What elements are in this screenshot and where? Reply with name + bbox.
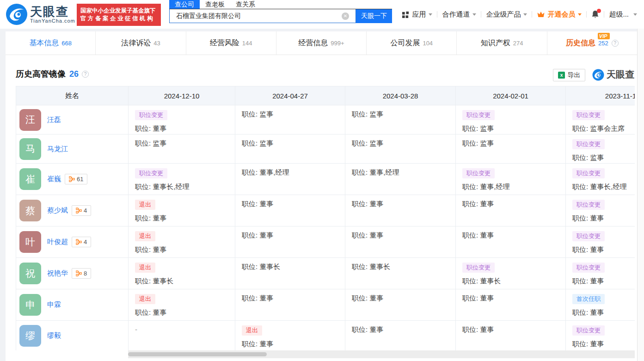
position-cell: 职位: 董事 xyxy=(456,226,566,258)
position-text: 职位: 董事 xyxy=(352,325,383,333)
person-name-link[interactable]: 叶俊超 xyxy=(47,238,68,246)
search-button[interactable]: 天眼一下 xyxy=(356,9,392,23)
header-nav: 应用 合作通道 企业级产品 开通会员 超级... xyxy=(402,0,638,29)
person-name-link[interactable]: 祝艳华 xyxy=(47,269,68,278)
tab-1[interactable]: 基本信息668 xyxy=(6,31,95,55)
table-row: 申申霖退出职位: 董事职位: 董事职位: 董事职位: 董事首次任职职位: 董事 xyxy=(16,289,635,321)
position-text: 职位: 董事 xyxy=(242,200,273,208)
position-cell: 职位变更职位: 监事 xyxy=(456,105,566,135)
relation-count-badge[interactable]: 4 xyxy=(72,237,91,247)
nav-apps[interactable]: 应用 xyxy=(402,10,432,19)
page-scrollbar[interactable] xyxy=(637,29,644,361)
tab-5[interactable]: 公司发展104 xyxy=(366,31,456,55)
position-cell: 职位变更职位: 董事长,经理 xyxy=(566,164,635,195)
tab-4[interactable]: 经营信息999+ xyxy=(276,31,366,55)
person-name-link[interactable]: 缪毅 xyxy=(47,331,61,340)
help-icon[interactable]: ? xyxy=(82,71,89,78)
search-input[interactable]: 石榴置业集团有限公司 ✕ xyxy=(169,9,356,23)
status-badge: 职位变更 xyxy=(572,200,605,210)
person-name-link[interactable]: 崔巍 xyxy=(47,175,61,184)
relation-graph-icon xyxy=(69,176,75,182)
status-badge: 职位变更 xyxy=(572,263,605,273)
relation-graph-icon xyxy=(76,239,82,245)
position-cell: 职位变更职位: 董事长,经理 xyxy=(129,164,235,195)
position-cell: 职位: 董事,经理 xyxy=(235,164,345,195)
name-cell: 汪汪磊 xyxy=(16,105,129,135)
position-text: 职位: 董事长 xyxy=(135,277,173,285)
status-badge: 职位变更 xyxy=(462,110,495,120)
column-header: 2024-02-01 xyxy=(456,86,566,105)
position-text: 职位: 董事长 xyxy=(352,263,390,270)
position-text: 职位: 董事 xyxy=(352,294,383,302)
person-name-link[interactable]: 汪磊 xyxy=(47,116,61,124)
name-cell: 马马龙江 xyxy=(16,135,129,164)
nav-open-vip[interactable]: 开通会员 xyxy=(537,10,582,19)
position-cell: 职位: 监事 xyxy=(235,105,345,135)
position-cell: 职位变更职位: 监事会主席 xyxy=(566,105,635,135)
nav-super-vip[interactable]: 超级... xyxy=(609,10,637,19)
position-cell: 职位: 董事 xyxy=(345,321,456,351)
tab-3[interactable]: 经营风险144 xyxy=(186,31,276,55)
logo-title: 天眼查 xyxy=(30,5,75,18)
relation-count-badge[interactable]: 61 xyxy=(65,174,87,184)
search-tab-company[interactable]: 查公司 xyxy=(169,0,200,10)
position-text: 职位: 董事,经理 xyxy=(352,168,399,176)
gov-certification-badge: 国家中小企业发展子基金旗下 官方备案企业征信机构 xyxy=(77,4,161,26)
nav-enterprise[interactable]: 企业级产品 xyxy=(486,10,527,19)
person-name-link[interactable]: 马龙江 xyxy=(47,145,68,153)
position-cell: 职位: 董事 xyxy=(235,289,345,321)
position-cell: 职位变更职位: 董事 xyxy=(566,321,635,351)
relation-graph-icon xyxy=(76,270,82,276)
position-cell: 退出职位: 董事长 xyxy=(129,258,235,289)
position-cell: 职位: 董事 xyxy=(235,195,345,226)
person-name-link[interactable]: 蔡少斌 xyxy=(47,206,68,215)
position-text: 职位: 监事 xyxy=(572,153,604,161)
position-cell: 退出职位: 董事 xyxy=(235,321,345,351)
relation-count-badge[interactable]: 4 xyxy=(72,205,91,216)
tab-2[interactable]: 法律诉讼43 xyxy=(95,31,185,55)
relation-count-badge[interactable]: 8 xyxy=(72,268,91,279)
position-cell: 退出职位: 董事 xyxy=(129,195,235,226)
scrollbar-thumb[interactable] xyxy=(128,352,267,356)
main-card: 基本信息668法律诉讼43经营风险144经营信息999+公司发展104知识产权2… xyxy=(6,31,637,361)
position-cell: 职位: 监事 xyxy=(235,135,345,164)
svg-text:x: x xyxy=(560,73,563,78)
position-text: 职位: 监事会主席 xyxy=(572,124,625,132)
person-name-link[interactable]: 申霖 xyxy=(47,300,61,309)
table-row: 缪缪毅-退出职位: 董事职位: 董事职位: 董事职位变更职位: 董事 xyxy=(16,321,635,351)
status-badge: 职位变更 xyxy=(462,263,495,273)
position-text: 职位: 监事 xyxy=(135,139,166,147)
position-cell: 职位: 董事 xyxy=(345,226,456,258)
search-tab-relation[interactable]: 查关系 xyxy=(230,0,261,10)
tianyancha-logo[interactable]: 天眼查 TianYanCha.com xyxy=(6,3,75,25)
search-tab-boss[interactable]: 查老板 xyxy=(200,0,230,10)
table-row: 汪汪磊职位变更职位: 董事职位: 监事职位: 监事职位变更职位: 监事职位变更职… xyxy=(16,105,635,135)
tab-7[interactable]: 历史信息252VIP? xyxy=(547,31,637,55)
notification-bell[interactable] xyxy=(591,10,600,19)
avatar: 马 xyxy=(19,138,41,160)
status-badge: 退出 xyxy=(135,263,155,273)
status-badge: 职位变更 xyxy=(462,168,495,178)
top-header: 天眼查 TianYanCha.com 国家中小企业发展子基金旗下 官方备案企业征… xyxy=(0,0,644,29)
search-input-value: 石榴置业集团有限公司 xyxy=(176,12,241,20)
avatar: 叶 xyxy=(19,231,41,253)
scrollbar-track[interactable] xyxy=(128,350,635,358)
column-header: 2024-04-27 xyxy=(235,86,345,105)
position-cell: 退出职位: 董事 xyxy=(129,289,235,321)
clear-search-icon[interactable]: ✕ xyxy=(342,12,349,20)
nav-cooperation[interactable]: 合作通道 xyxy=(442,10,476,19)
tab-help-icon[interactable]: ? xyxy=(612,40,619,47)
position-cell: 职位: 董事 xyxy=(345,289,456,321)
status-badge: 职位变更 xyxy=(135,168,167,178)
table-row: 祝祝艳华8退出职位: 董事长职位: 董事长职位: 董事长职位变更职位: 董事长职… xyxy=(16,258,635,289)
tab-6[interactable]: 知识产权274 xyxy=(456,31,546,55)
position-cell: 职位变更职位: 董事 xyxy=(566,195,635,226)
status-badge: 职位变更 xyxy=(572,325,605,336)
table-row: 叶叶俊超4退出职位: 董事职位: 董事职位: 董事职位: 董事职位变更职位: 董… xyxy=(16,226,635,258)
status-badge: 退出 xyxy=(242,325,262,336)
status-badge: 首次任职 xyxy=(572,294,605,304)
position-text: 职位: 监事 xyxy=(462,139,494,147)
table-row: 蔡蔡少斌4退出职位: 董事职位: 董事职位: 董事职位: 董事职位变更职位: 董… xyxy=(16,195,635,226)
export-button[interactable]: x 导出 xyxy=(553,69,585,81)
grid-icon xyxy=(402,11,409,18)
